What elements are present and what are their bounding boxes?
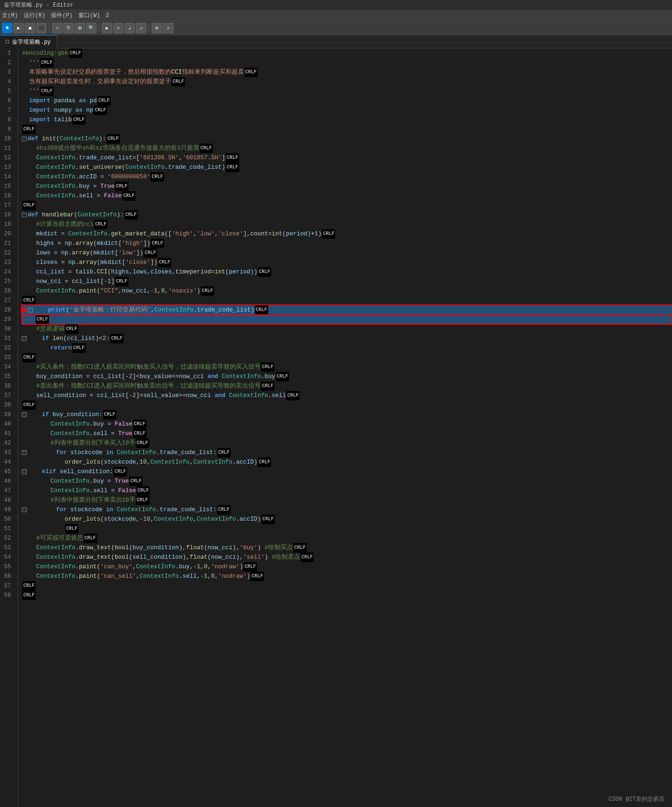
crlf-tag: CRLF bbox=[22, 125, 36, 134]
code-line[interactable]: #encoding:gbkCRLF bbox=[22, 49, 672, 58]
code-line[interactable]: ContextInfo.buy = FalseCRLF bbox=[22, 419, 672, 429]
kw-import: import bbox=[29, 107, 50, 114]
toolbar-btn-check[interactable]: ✓ bbox=[163, 23, 174, 33]
menu-item-2[interactable]: 2 bbox=[106, 12, 109, 19]
toolbar-btn-into[interactable]: ↙ bbox=[125, 23, 135, 33]
code-line[interactable]: highs = np.array(mkdict['high'])CRLF bbox=[22, 239, 672, 248]
fold-icon[interactable]: − bbox=[22, 213, 27, 217]
code-line[interactable]: sell_condition = cci_list[-2]>sell_value… bbox=[22, 391, 672, 400]
code-line[interactable]: import talibCRLF bbox=[22, 115, 672, 125]
crlf-tag: CRLF bbox=[72, 115, 86, 125]
code-line[interactable]: buy_condition = cci_list[-2]<buy_value<=… bbox=[22, 372, 672, 381]
code-line[interactable]: □ for stockcode in ContextInfo.trade_cod… bbox=[22, 448, 672, 457]
code-line[interactable]: ContextInfo.set_universe(ContextInfo.tra… bbox=[22, 163, 672, 172]
code-line[interactable]: −def handlebar(ContextInfo):CRLF bbox=[22, 210, 672, 220]
code-line[interactable]: cci_list = talib.CCI(highs,lows,closes,t… bbox=[22, 267, 672, 277]
code-line[interactable]: #买入条件：指数CCI进入超卖区间时触发买入信号，过滤连续超卖导致的买入信号CR… bbox=[22, 362, 672, 372]
fold-icon[interactable]: − bbox=[28, 308, 33, 312]
code-line[interactable]: CRLF bbox=[22, 296, 672, 305]
menu-item-run[interactable]: 运行(R) bbox=[24, 11, 46, 19]
code-line[interactable]: closes = np.array(mkdict['close'])CRLF bbox=[22, 258, 672, 267]
code-line[interactable]: #列表中股票分别下单买入10手CRLF bbox=[22, 438, 672, 448]
code-line[interactable]: ContextInfo.sell = FalseCRLF bbox=[22, 486, 672, 496]
code-line[interactable]: ContextInfo.sell = TrueCRLF bbox=[22, 429, 672, 438]
code-line[interactable]: CRLF bbox=[22, 524, 672, 534]
line-numbers: 1234567891011121314151617181920212223242… bbox=[0, 49, 18, 807]
code-line[interactable]: CRLF bbox=[22, 315, 672, 324]
tab-strategy[interactable]: □ 金字塔策略.py bbox=[0, 35, 57, 49]
toolbar-btn-6[interactable]: ⎘ bbox=[63, 23, 74, 33]
code-line[interactable]: ContextInfo.paint("CCI",now_cci,-1,0,'no… bbox=[22, 286, 672, 296]
code-line[interactable]: '''CRLF bbox=[22, 87, 672, 96]
code-line[interactable]: −def init(ContextInfo):CRLF bbox=[22, 134, 672, 144]
code-line[interactable]: lows = np.array(mkdict['low'])CRLF bbox=[22, 248, 672, 258]
code-line[interactable]: CRLF bbox=[22, 581, 672, 591]
line-number: 55 bbox=[0, 562, 14, 572]
code-line[interactable]: ContextInfo.draw_text(bool(sell_conditio… bbox=[22, 553, 672, 562]
toolbar-btn-run[interactable]: ▶ bbox=[102, 23, 112, 33]
line-number: 22 bbox=[0, 248, 14, 258]
toolbar-btn-compile[interactable]: ⚙ bbox=[152, 23, 162, 33]
menu-item-file[interactable]: 文(M) bbox=[2, 11, 18, 19]
toolbar-btn-5[interactable]: ✂ bbox=[52, 23, 62, 33]
toolbar-btn-8[interactable]: 🔍 bbox=[86, 23, 97, 33]
code-line[interactable]: CRLF bbox=[22, 400, 672, 410]
code-line[interactable]: □ if buy_condition:CRLF bbox=[22, 410, 672, 419]
code-area[interactable]: #encoding:gbkCRLF '''CRLF 本策略事先设定好交易的股票篮… bbox=[18, 49, 672, 807]
toolbar-btn-2[interactable]: ▶ bbox=[13, 23, 24, 33]
line-number: 51 bbox=[0, 524, 14, 534]
crlf-tag: CRLF bbox=[243, 562, 257, 572]
code-line[interactable]: import pandas as pdCRLF bbox=[22, 96, 672, 106]
code-line[interactable]: ContextInfo.accID = '6000000058'CRLF bbox=[22, 172, 672, 182]
code-line[interactable]: CRLF bbox=[22, 591, 672, 600]
code-line[interactable]: ContextInfo.trade_code_list=['601398.SH'… bbox=[22, 153, 672, 163]
toolbar-btn-out[interactable]: ↗ bbox=[136, 23, 146, 33]
fold-icon[interactable]: □ bbox=[22, 412, 27, 417]
code-line[interactable]: CRLF bbox=[22, 353, 672, 362]
code-line[interactable]: order_lots(stockcode,10,ContextInfo,Cont… bbox=[22, 457, 672, 467]
code-line[interactable]: □ for stockcode in ContextInfo.trade_cod… bbox=[22, 505, 672, 515]
code-line[interactable]: #hs300成分股中sh和sz市场各自流通市值最大的前3只股票CRLF bbox=[22, 144, 672, 153]
code-line[interactable]: returnCRLF bbox=[22, 343, 672, 353]
fold-icon[interactable]: − bbox=[22, 136, 27, 141]
toolbar-btn-1[interactable]: ■ bbox=[2, 23, 12, 33]
editor-container[interactable]: 1234567891011121314151617181920212223242… bbox=[0, 49, 672, 807]
fold-icon[interactable]: □ bbox=[22, 507, 27, 512]
code-line[interactable]: '''CRLF bbox=[22, 58, 672, 68]
line-number: 54 bbox=[0, 553, 14, 562]
fold-icon[interactable]: □ bbox=[22, 469, 27, 474]
toolbar-btn-4[interactable]: ⬛ bbox=[36, 23, 47, 33]
code-line[interactable]: ContextInfo.buy = TrueCRLF bbox=[22, 476, 672, 486]
crlf-tag: CRLF bbox=[151, 239, 164, 248]
code-line[interactable]: ContextInfo.paint('can_buy',ContextInfo.… bbox=[22, 562, 672, 572]
code-line[interactable]: − print('金字塔策略：打印交易代码',ContextInfo.trade… bbox=[22, 305, 672, 315]
menu-item-window[interactable]: 窗口(W) bbox=[78, 11, 100, 19]
code-line[interactable]: CRLF bbox=[22, 125, 672, 134]
code-line[interactable]: #交易逻辑CRLF bbox=[22, 324, 672, 334]
code-line[interactable]: □ elif sell_condition:CRLF bbox=[22, 467, 672, 476]
code-line[interactable]: ContextInfo.sell = FalseCRLF bbox=[22, 191, 672, 201]
code-line[interactable]: ContextInfo.paint('can_sell',ContextInfo… bbox=[22, 572, 672, 581]
fold-icon[interactable]: □ bbox=[22, 336, 27, 341]
code-line[interactable]: #可买或可卖状态CRLF bbox=[22, 534, 672, 543]
code-line[interactable]: order_lots(stockcode,-10,ContextInfo,Con… bbox=[22, 515, 672, 524]
code-line[interactable]: mkdict = ContextInfo.get_market_data(['h… bbox=[22, 229, 672, 239]
code-line[interactable]: ContextInfo.buy = TrueCRLF bbox=[22, 182, 672, 191]
code-line[interactable]: now_cci = cci_list[-1]CRLF bbox=[22, 277, 672, 286]
toolbar-btn-3[interactable]: ◼ bbox=[25, 23, 35, 33]
fold-icon[interactable]: □ bbox=[22, 450, 27, 455]
code-line[interactable]: #列表中股票分别下单卖出10手CRLF bbox=[22, 496, 672, 505]
breakpoint-dot[interactable] bbox=[22, 308, 27, 312]
toolbar-btn-7[interactable]: ⊞ bbox=[75, 23, 85, 33]
code-line[interactable]: CRLF bbox=[22, 201, 672, 210]
code-line[interactable]: #卖出条件：指数CCI进入超买区间时触发卖出信号，过滤连续超买导致的卖出信号CR… bbox=[22, 381, 672, 391]
code-line[interactable]: 本策略事先设定好交易的股票篮子，然后根据指数的CCI指标来判断超买和超卖CRLF bbox=[22, 68, 672, 77]
code-line[interactable]: #计算当前主图的cciCRLF bbox=[22, 220, 672, 229]
code-line[interactable]: □ if len(cci_list)<2:CRLF bbox=[22, 334, 672, 343]
code-line[interactable]: 当有超买和超卖发生时，交易事先设定好的股票篮子CRLF bbox=[22, 77, 672, 87]
code-line[interactable]: import numpy as npCRLF bbox=[22, 106, 672, 115]
toolbar-btn-step[interactable]: ↷ bbox=[113, 23, 124, 33]
line-number: 29 bbox=[0, 315, 14, 324]
menu-item-plugins[interactable]: 插件(P) bbox=[51, 11, 73, 19]
code-line[interactable]: ContextInfo.draw_text(bool(buy_condition… bbox=[22, 543, 672, 553]
